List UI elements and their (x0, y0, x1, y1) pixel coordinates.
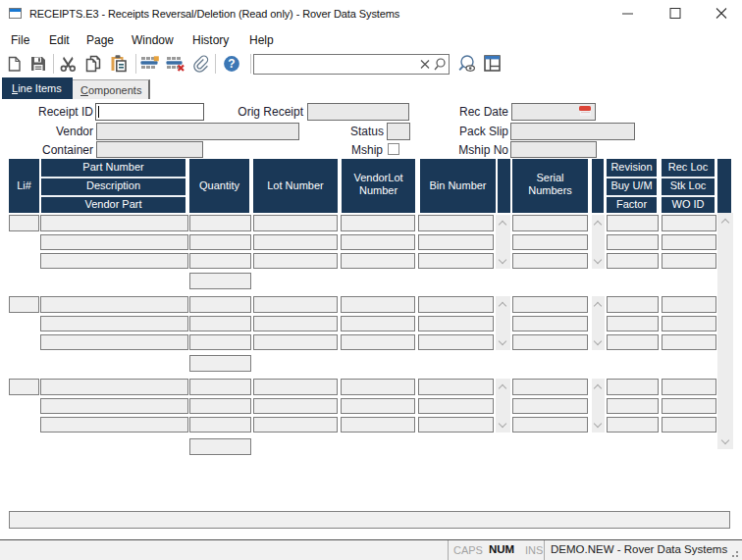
svg-text:?: ? (228, 57, 235, 71)
